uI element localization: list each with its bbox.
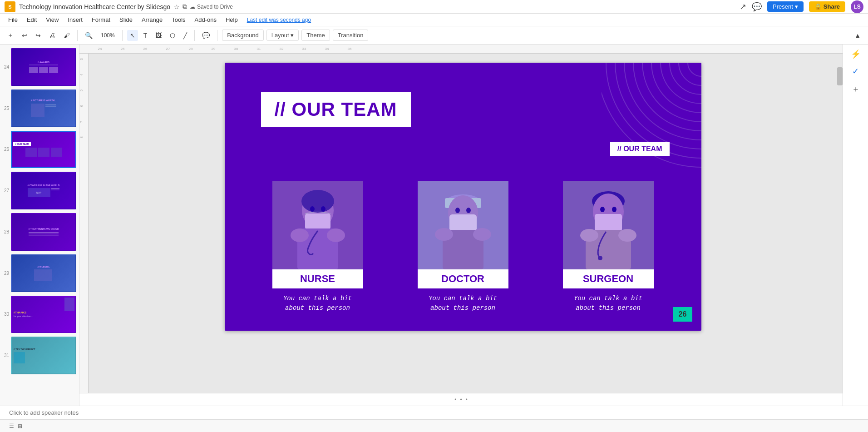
svg-point-3 xyxy=(661,63,701,104)
sep2 xyxy=(122,30,123,41)
title-icons: ☆ ⧉ ☁ Saved to Drive xyxy=(174,3,233,10)
comments-icon[interactable]: 💬 xyxy=(752,2,762,12)
slide-thumb-28[interactable]: // TREATMENTS WE COVER xyxy=(11,213,76,251)
slide-thumb-25[interactable]: // PICTURE IS WORTH... xyxy=(11,89,76,127)
menu-tools[interactable]: Tools xyxy=(168,15,189,25)
slide-thumb-29[interactable]: // WEBSITE xyxy=(11,254,76,292)
shape-btn[interactable]: ⬡ xyxy=(167,30,178,41)
view-list-icon[interactable]: ☰ xyxy=(9,423,14,429)
nurse-name-box: NURSE xyxy=(272,269,363,288)
star-icon[interactable]: ☆ xyxy=(174,3,180,10)
background-btn[interactable]: Background xyxy=(222,30,263,41)
slide-thumb-26[interactable]: // OUR TEAM xyxy=(11,131,76,169)
doctor-desc: You can talk a bit about this person xyxy=(429,294,497,313)
slide-row-27: 27 // COVERAGE IN THE WORLD MAP xyxy=(3,172,76,209)
svg-point-24 xyxy=(455,208,460,213)
menu-help[interactable]: Help xyxy=(222,15,242,25)
surgeon-desc: You can talk a bit about this person xyxy=(574,294,642,313)
text-btn[interactable]: T xyxy=(141,30,150,41)
menu-insert[interactable]: Insert xyxy=(64,15,86,25)
right-panel-check-icon[interactable]: ✓ xyxy=(852,66,859,76)
undo-btn[interactable]: ↩ xyxy=(19,30,30,41)
doctor-photo xyxy=(418,181,508,269)
slide-row-30: 30 //THANKS for your attention... xyxy=(3,296,76,333)
image-btn[interactable]: 🖼 xyxy=(153,30,164,41)
avatar[interactable]: LS xyxy=(851,0,863,13)
menu-format[interactable]: Format xyxy=(88,15,114,25)
activity-icon[interactable]: ↗ xyxy=(740,2,746,12)
share-button[interactable]: 🔒 Share xyxy=(809,1,845,12)
transition-btn[interactable]: Transition xyxy=(333,30,369,41)
canvas-area: 24 25 26 27 28 29 30 31 32 33 34 35 3 4 … xyxy=(79,45,843,406)
svg-point-25 xyxy=(466,208,471,213)
menu-edit[interactable]: Edit xyxy=(23,15,40,25)
top-bar: S Technology Innovation Healthcare Cente… xyxy=(0,0,868,14)
right-panel-explore-icon[interactable]: ⚡ xyxy=(851,49,861,59)
menu-arrange[interactable]: Arrange xyxy=(138,15,166,25)
open-icon[interactable]: ⧉ xyxy=(182,3,187,10)
cloud-save: ☁ Saved to Drive xyxy=(190,4,233,10)
slide-row-28: 28 // TREATMENTS WE COVER xyxy=(3,213,76,251)
slide-num-24: 24 xyxy=(3,65,9,70)
status-bar: ☰ ⊞ xyxy=(0,419,868,432)
slide-thumb-27[interactable]: // COVERAGE IN THE WORLD MAP xyxy=(11,172,76,209)
corner-label-box[interactable]: // OUR TEAM xyxy=(610,142,670,156)
menu-bar: File Edit View Insert Format Slide Arran… xyxy=(0,14,868,26)
save-status: Saved to Drive xyxy=(197,4,233,10)
ruler-top: 24 25 26 27 28 29 30 31 32 33 34 35 xyxy=(79,45,843,54)
vertical-scrollbar[interactable] xyxy=(837,54,843,393)
scrollbar-thumb[interactable] xyxy=(837,67,843,85)
team-member-doctor[interactable]: DOCTOR You can talk a bit about this per… xyxy=(397,181,529,313)
right-panel-plus-icon[interactable]: ＋ xyxy=(852,84,860,94)
team-grid: NURSE You can talk a bit about this pers… xyxy=(225,181,701,313)
menu-file[interactable]: File xyxy=(5,15,21,25)
layout-btn[interactable]: Layout ▾ xyxy=(266,30,299,41)
menu-addons[interactable]: Add-ons xyxy=(191,15,220,25)
slide-canvas[interactable]: // OUR TEAM // OUR TEAM xyxy=(225,63,701,331)
slide-thumb-30[interactable]: //THANKS for your attention... xyxy=(11,296,76,333)
main-area: 24 // AWARDS 25 xyxy=(0,45,868,406)
menu-slide[interactable]: Slide xyxy=(116,15,136,25)
team-member-nurse[interactable]: NURSE You can talk a bit about this pers… xyxy=(252,181,384,313)
notes-placeholder: Click to add speaker notes xyxy=(9,409,79,416)
comment-btn[interactable]: 💬 xyxy=(199,30,212,41)
svg-point-34 xyxy=(612,207,616,212)
menu-view[interactable]: View xyxy=(42,15,62,25)
last-edit[interactable]: Last edit was seconds ago xyxy=(247,17,311,23)
line-btn[interactable]: ╱ xyxy=(181,30,190,41)
notes-bar[interactable]: Click to add speaker notes xyxy=(0,406,868,419)
paint-format-btn[interactable]: 🖌 xyxy=(61,30,73,41)
present-button[interactable]: Present ▾ xyxy=(767,1,804,12)
svg-point-5 xyxy=(642,63,701,122)
slide-thumb-24[interactable]: // AWARDS xyxy=(11,48,76,86)
slide-thumb-31[interactable]: // TRY THIS EFFECT xyxy=(11,337,76,374)
slide-panel: 24 // AWARDS 25 xyxy=(0,45,79,406)
collapse-btn[interactable]: ▲ xyxy=(852,30,863,41)
view-grid-icon[interactable]: ⊞ xyxy=(18,423,22,429)
title-prefix: // xyxy=(275,99,292,120)
select-btn[interactable]: ↖ xyxy=(127,30,138,41)
zoom-out-btn[interactable]: 🔍 xyxy=(82,30,95,41)
svg-point-28 xyxy=(435,228,453,241)
sep4 xyxy=(217,30,217,41)
print-btn[interactable]: 🖨 xyxy=(46,30,58,41)
add-slide-btn[interactable]: ＋ xyxy=(5,30,16,41)
slide-title-box[interactable]: // OUR TEAM xyxy=(261,92,411,127)
svg-point-39 xyxy=(618,229,636,242)
slide-num-31: 31 xyxy=(3,353,9,358)
slide-title: // OUR TEAM xyxy=(275,99,397,120)
team-member-surgeon[interactable]: SURGEON You can talk a bit about this pe… xyxy=(542,181,674,313)
svg-rect-16 xyxy=(305,214,330,229)
zoom-value[interactable]: 100% xyxy=(98,30,118,40)
nurse-name: NURSE xyxy=(272,273,363,285)
right-panel: ⚡ ✓ ＋ xyxy=(843,45,868,406)
svg-point-38 xyxy=(580,229,598,242)
nurse-desc: You can talk a bit about this person xyxy=(283,294,352,313)
theme-btn[interactable]: Theme xyxy=(301,30,330,41)
title-text: OUR TEAM xyxy=(292,99,397,120)
redo-btn[interactable]: ↪ xyxy=(33,30,44,41)
sep1 xyxy=(77,30,78,41)
surgeon-name-box: SURGEON xyxy=(563,269,654,288)
app-logo[interactable]: S xyxy=(5,1,15,12)
slide-canvas-wrapper: // OUR TEAM // OUR TEAM xyxy=(89,54,837,393)
